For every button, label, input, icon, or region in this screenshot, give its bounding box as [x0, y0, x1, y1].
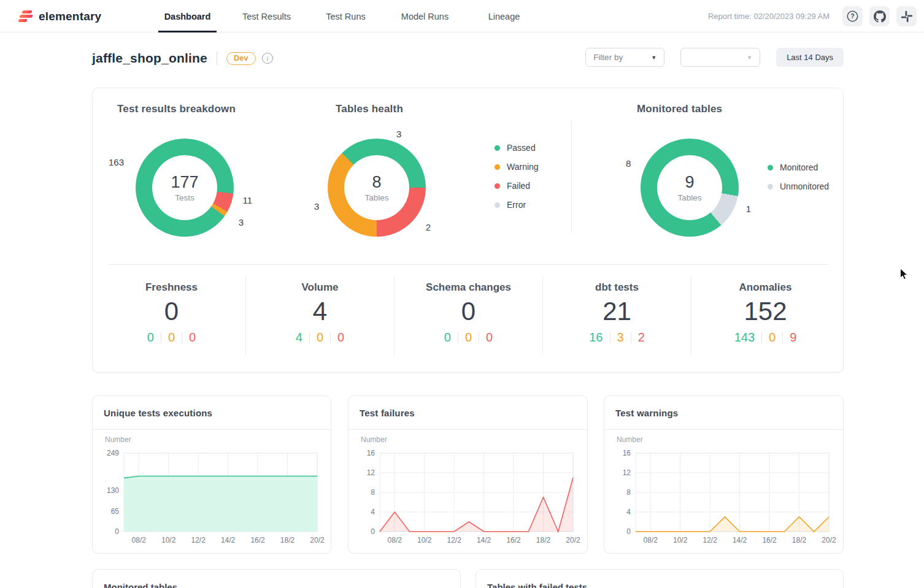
svg-text:08/2: 08/2 [388, 536, 402, 544]
dashboard-page: elementary Dashboard Test Results Test R… [0, 0, 924, 588]
stat-total: 152 [691, 297, 839, 326]
svg-text:10/2: 10/2 [161, 536, 176, 544]
svg-text:08/2: 08/2 [132, 536, 147, 544]
svg-text:20/2: 20/2 [566, 536, 580, 544]
test-failures-chart: Number161284008/210/212/214/216/218/220/… [348, 430, 587, 558]
legend-item-unmonitored: Unmonitored [768, 182, 829, 191]
stat-passed: 143 [734, 330, 755, 345]
legend-item-failed: Failed [495, 181, 539, 190]
tab-lineage[interactable]: Lineage [464, 0, 544, 32]
stat-passed: 4 [296, 330, 302, 345]
stat-anomalies: Anomalies 152 143 0 9 [691, 275, 839, 355]
svg-text:249: 249 [107, 449, 119, 457]
legend-test-status: Passed Warning Failed Error [495, 143, 539, 220]
svg-text:0: 0 [115, 527, 119, 536]
stat-warning: 3 [617, 330, 624, 345]
card-unique-tests-executions: Unique tests executions Number2491306500… [92, 395, 331, 554]
secondary-select[interactable]: ▼ [680, 48, 760, 67]
svg-text:18/2: 18/2 [536, 536, 551, 544]
tab-test-runs[interactable]: Test Runs [306, 0, 385, 32]
help-icon: ? [847, 10, 858, 22]
svg-text:20/2: 20/2 [822, 536, 836, 544]
svg-text:8: 8 [626, 488, 631, 497]
brand[interactable]: elementary [18, 0, 101, 32]
svg-text:20/2: 20/2 [310, 536, 325, 544]
svg-text:16/2: 16/2 [250, 536, 265, 544]
donut-center-value: 177 [171, 173, 198, 192]
date-range-button[interactable]: Last 14 Days [776, 48, 844, 67]
svg-text:08/2: 08/2 [644, 536, 658, 544]
tab-test-results[interactable]: Test Results [227, 0, 306, 32]
section-title-monitored-tables: Monitored tables [637, 103, 722, 115]
svg-text:65: 65 [111, 507, 120, 516]
stats-row: Freshness 0 0 0 0 Volume 4 4 0 0 Schema … [98, 275, 839, 355]
stat-warning: 0 [168, 330, 175, 345]
stat-failed: 0 [337, 330, 344, 345]
chart-title: Unique tests executions [104, 408, 212, 418]
svg-text:0: 0 [371, 527, 375, 536]
stat-passed: 0 [444, 330, 451, 345]
stat-passed: 16 [589, 330, 603, 345]
card-test-failures: Test failures Number161284008/210/212/21… [348, 395, 588, 554]
tab-model-runs[interactable]: Model Runs [385, 0, 464, 32]
info-icon[interactable]: i [262, 53, 273, 64]
page-title: jaffle_shop_online [92, 51, 207, 66]
stat-warning: 0 [317, 330, 323, 345]
env-badge: Dev [226, 52, 256, 65]
svg-text:10/2: 10/2 [417, 536, 432, 544]
failed-dot-icon [495, 183, 500, 189]
elementary-logo-icon [18, 9, 33, 23]
brand-name: elementary [39, 10, 101, 23]
chevron-down-icon: ▼ [651, 55, 656, 61]
donut-center-value: 9 [685, 173, 694, 192]
section-divider [571, 121, 572, 232]
svg-text:0: 0 [626, 527, 631, 536]
svg-text:4: 4 [371, 508, 375, 516]
svg-text:4: 4 [626, 508, 631, 516]
stat-total: 21 [543, 297, 691, 326]
stat-total: 0 [98, 297, 245, 326]
donut-center-value: 8 [372, 173, 381, 192]
donut-monitored-tables: 9 Tables 8 1 [641, 139, 739, 237]
report-time: Report time: 02/20/2023 09:29 AM [708, 12, 830, 21]
stat-passed: 0 [147, 330, 154, 345]
warning-dot-icon [495, 164, 500, 170]
summary-card: Test results breakdown Tables health Mon… [92, 88, 844, 373]
filter-by-select[interactable]: Filter by ▼ [585, 48, 664, 67]
tab-dashboard[interactable]: Dashboard [148, 0, 227, 32]
stat-failed: 0 [189, 330, 196, 345]
callout-warning: 3 [314, 201, 319, 212]
stat-warning: 0 [769, 330, 776, 345]
card-title: Tables with failed tests [476, 570, 843, 588]
svg-text:16/2: 16/2 [506, 536, 521, 544]
stat-failed: 2 [638, 330, 645, 345]
monitored-dot-icon [768, 165, 773, 170]
nav-tabs: Dashboard Test Results Test Runs Model R… [148, 0, 544, 32]
svg-text:12: 12 [623, 468, 631, 477]
stat-total: 4 [246, 297, 394, 326]
stat-failed: 0 [486, 330, 493, 345]
card-title: Monitored tables [93, 570, 460, 588]
help-button[interactable]: ? [842, 6, 863, 26]
donut-center-label: Tables [364, 193, 388, 202]
svg-text:Number: Number [361, 435, 387, 444]
section-title-test-results: Test results breakdown [117, 103, 236, 115]
svg-text:14/2: 14/2 [221, 536, 236, 544]
mouse-cursor [899, 268, 909, 281]
legend-item-error: Error [495, 200, 539, 209]
passed-dot-icon [495, 145, 500, 151]
unique-tests-executions-chart: Number24913065008/210/212/214/216/218/22… [93, 430, 331, 558]
stat-schema-changes: Schema changes 0 0 0 0 [394, 275, 542, 355]
callout-passed: 163 [109, 157, 124, 167]
callout-failed: 2 [426, 222, 431, 232]
legend-item-warning: Warning [495, 162, 539, 171]
svg-text:18/2: 18/2 [280, 536, 295, 544]
github-button[interactable] [869, 6, 890, 26]
test-warnings-chart: Number161284008/210/212/214/216/218/220/… [604, 430, 843, 558]
svg-text:12/2: 12/2 [191, 536, 206, 544]
top-nav: elementary Dashboard Test Results Test R… [0, 0, 924, 32]
card-test-warnings: Test warnings Number161284008/210/212/21… [604, 395, 844, 554]
slack-button[interactable] [896, 6, 917, 26]
nav-right: Report time: 02/20/2023 09:29 AM ? [708, 0, 917, 32]
svg-text:?: ? [850, 12, 854, 20]
